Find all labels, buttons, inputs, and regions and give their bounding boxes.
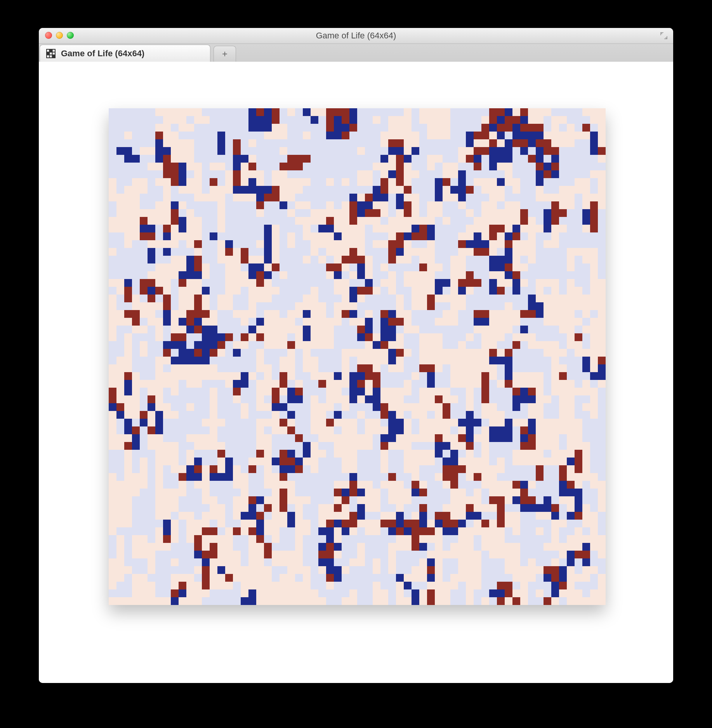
game-board[interactable] (109, 108, 606, 605)
grid-icon (46, 49, 56, 58)
device-frame: Game of Life (64x64) (16, 8, 696, 712)
window-title: Game of Life (64x64) (39, 28, 673, 43)
app-window: Game of Life (64x64) (39, 28, 673, 683)
fullscreen-icon[interactable] (660, 32, 668, 40)
window-titlebar[interactable]: Game of Life (64x64) (39, 28, 673, 44)
content-area (39, 62, 673, 683)
game-grid-canvas[interactable] (109, 108, 606, 605)
tab-label: Game of Life (64x64) (61, 49, 144, 59)
svg-rect-5 (49, 49, 52, 52)
tab-strip: Game of Life (64x64) + (39, 44, 673, 62)
plus-icon: + (222, 49, 227, 59)
svg-rect-7 (52, 55, 55, 57)
tab-game-of-life[interactable]: Game of Life (64x64) (40, 45, 210, 62)
new-tab-button[interactable]: + (214, 46, 236, 62)
svg-rect-6 (47, 52, 49, 55)
